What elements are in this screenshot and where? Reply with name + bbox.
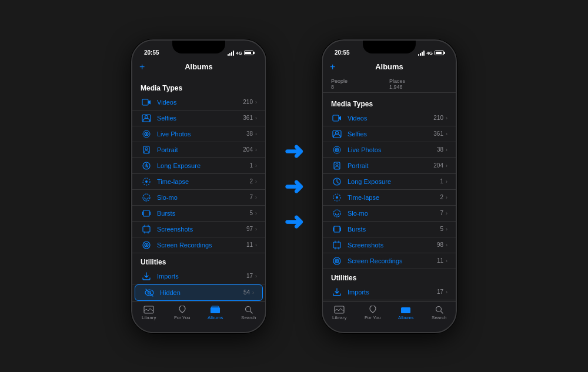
chevron-icon: › xyxy=(446,210,447,216)
status-icons-right: 4G xyxy=(418,51,444,56)
portrait-icon xyxy=(141,145,152,155)
svg-point-44 xyxy=(436,306,441,311)
status-time-left: 20:55 xyxy=(144,49,159,56)
battery-left xyxy=(244,51,253,55)
bursts-icon xyxy=(331,224,343,234)
tab-search-right[interactable]: Search xyxy=(423,306,456,320)
list-item[interactable]: Time-lapse 2 › xyxy=(132,174,265,190)
status-icons-left: 4G xyxy=(228,51,253,56)
list-item[interactable]: Screenshots 97 › xyxy=(132,222,265,237)
list-item[interactable]: Slo-mo 7 › xyxy=(132,190,265,206)
bursts-icon xyxy=(141,209,152,218)
list-item[interactable]: Imports 17 › xyxy=(323,284,456,300)
svg-rect-36 xyxy=(333,227,334,231)
list-item[interactable]: Long Exposure 1 › xyxy=(323,174,456,190)
arrows-section: ➜ ➜ ➜ xyxy=(284,139,304,233)
list-item[interactable]: Time-lapse 2 › xyxy=(323,190,456,206)
svg-rect-35 xyxy=(334,226,340,232)
svg-rect-37 xyxy=(340,227,342,231)
item-count: 17 xyxy=(437,289,443,295)
list-item[interactable]: Bursts 5 › xyxy=(323,222,456,237)
nav-title-left: Albums xyxy=(185,62,213,71)
screenshots-icon xyxy=(331,240,343,250)
list-item[interactable]: Screen Recordings 11 › xyxy=(132,237,265,253)
people-label: People xyxy=(331,78,389,84)
list-item[interactable]: Long Exposure 1 › xyxy=(132,158,265,174)
list-item[interactable]: Videos 210 › xyxy=(132,95,265,110)
list-item[interactable]: Live Photos 38 › xyxy=(132,126,265,142)
library-tab-icon-right xyxy=(334,306,345,314)
tab-albums-left[interactable]: Albums xyxy=(199,306,232,320)
item-count: 210 xyxy=(243,99,253,105)
nav-plus-right[interactable]: + xyxy=(330,62,335,72)
tab-search-label-left: Search xyxy=(241,315,256,320)
chevron-icon: › xyxy=(255,226,257,232)
tab-library-label-left: Library xyxy=(142,315,156,320)
nav-bar-left: + Albums xyxy=(132,57,265,77)
chevron-icon: › xyxy=(252,290,254,296)
item-count: 361 xyxy=(433,130,443,137)
arrow-3: ➜ xyxy=(284,210,304,233)
tab-albums-right[interactable]: Albums xyxy=(389,306,423,320)
chevron-icon: › xyxy=(255,115,257,121)
selfie-icon xyxy=(331,129,343,139)
tab-foryou-label-left: For You xyxy=(174,315,191,320)
tab-library-left[interactable]: Library xyxy=(132,306,166,320)
item-label: Bursts xyxy=(157,210,249,217)
chevron-icon: › xyxy=(255,99,257,105)
places-label: Places xyxy=(389,78,447,84)
timelapse-icon xyxy=(141,177,152,186)
people-count: 8 xyxy=(331,84,389,90)
list-item[interactable]: Videos 210 › xyxy=(323,110,456,126)
chevron-icon: › xyxy=(255,179,257,185)
hidden-list-item[interactable]: Hidden 54 › xyxy=(135,284,263,301)
chevron-icon: › xyxy=(255,163,257,169)
tab-foryou-left[interactable]: For You xyxy=(166,306,199,320)
nav-bar-right: + Albums xyxy=(323,57,456,77)
status-bar-left: 20:55 4G xyxy=(132,41,265,57)
chevron-icon: › xyxy=(446,258,447,264)
item-count: 361 xyxy=(243,115,253,121)
item-count: 17 xyxy=(246,273,253,279)
tab-library-right[interactable]: Library xyxy=(323,306,356,320)
recently-deleted-item-right[interactable]: Recently Deleted 5 › xyxy=(323,300,456,301)
chevron-icon: › xyxy=(255,273,257,279)
list-item[interactable]: Imports 17 › xyxy=(132,269,265,284)
svg-point-41 xyxy=(336,260,338,262)
item-label: Hidden xyxy=(160,289,243,296)
nav-plus-left[interactable]: + xyxy=(139,62,145,72)
list-item[interactable]: Portrait 204 › xyxy=(323,158,456,174)
svg-point-18 xyxy=(146,244,148,246)
chevron-icon: › xyxy=(446,147,447,153)
list-item[interactable]: Selfies 361 › xyxy=(132,110,265,126)
tab-search-left[interactable]: Search xyxy=(232,306,266,320)
chevron-icon: › xyxy=(446,242,447,248)
item-label: Portrait xyxy=(157,146,243,153)
item-label: Slo-mo xyxy=(348,210,440,217)
foryou-tab-icon-right xyxy=(368,306,378,314)
item-label: Screenshots xyxy=(157,226,246,233)
search-tab-icon xyxy=(243,306,254,314)
slomo-icon xyxy=(331,209,343,218)
svg-point-33 xyxy=(336,196,338,199)
list-item[interactable]: Screen Recordings 11 › xyxy=(323,253,456,269)
live-icon xyxy=(331,145,343,155)
item-count: 1 xyxy=(249,162,253,169)
longexposure-icon xyxy=(141,161,152,170)
list-item[interactable]: Selfies 361 › xyxy=(323,126,456,142)
tab-foryou-right[interactable]: For You xyxy=(356,306,390,320)
list-item[interactable]: Bursts 5 › xyxy=(132,206,265,222)
chevron-icon: › xyxy=(255,242,257,248)
status-time-right: 20:55 xyxy=(335,49,350,56)
media-types-header-right: Media Types xyxy=(323,95,456,110)
list-item[interactable]: Portrait 204 › xyxy=(132,142,265,158)
list-item[interactable]: Slo-mo 7 › xyxy=(323,206,456,222)
list-item[interactable]: Live Photos 38 › xyxy=(323,142,456,158)
list-item[interactable]: Recently Deleted 5 › xyxy=(132,301,265,301)
tab-albums-label-left: Albums xyxy=(208,315,223,320)
people-item: People 8 xyxy=(331,78,389,90)
arrow-2: ➜ xyxy=(284,175,304,198)
list-item[interactable]: Screenshots 98 › xyxy=(323,237,456,253)
svg-point-11 xyxy=(143,194,150,201)
svg-point-30 xyxy=(336,163,338,166)
